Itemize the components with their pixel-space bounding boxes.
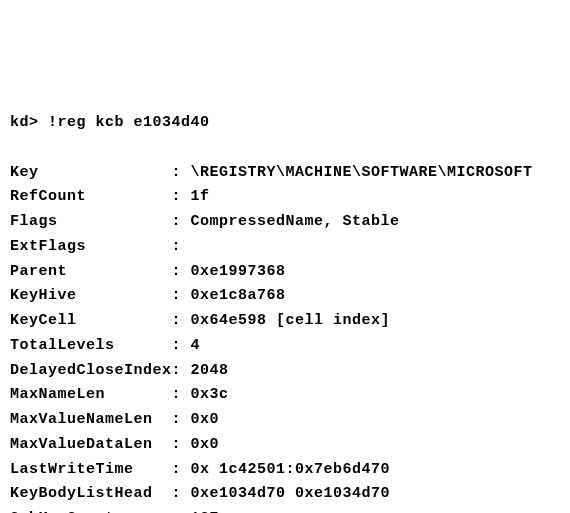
- rows-container: Key : \REGISTRY\MACHINE\SOFTWARE\MICROSO…: [10, 161, 560, 514]
- row-label: RefCount: [10, 188, 172, 205]
- row-value: 0x64e598 [cell index]: [191, 312, 391, 329]
- row-label: Parent: [10, 263, 172, 280]
- row-value: 0x0: [191, 411, 220, 428]
- row-label: TotalLevels: [10, 337, 172, 354]
- row-value: 0x0: [191, 436, 220, 453]
- row-label: MaxValueNameLen: [10, 411, 172, 428]
- row-label: DelayedCloseIndex: [10, 362, 172, 379]
- row-label: Key: [10, 164, 172, 181]
- row-value: CompressedName, Stable: [191, 213, 400, 230]
- row-value: 0xe1c8a768: [191, 287, 286, 304]
- row-value: 0xe1997368: [191, 263, 286, 280]
- row-value: 0xe1034d70 0xe1034d70: [191, 485, 391, 502]
- row-label: KeyCell: [10, 312, 172, 329]
- row-value: 1f: [191, 188, 210, 205]
- row-label: Flags: [10, 213, 172, 230]
- row-value: 2048: [191, 362, 229, 379]
- row-label: KeyBodyListHead: [10, 485, 172, 502]
- row-value: 0x 1c42501:0x7eb6d470: [191, 461, 391, 478]
- row-label: MaxNameLen: [10, 386, 172, 403]
- prompt-line: kd> !reg kcb e1034d40: [10, 114, 210, 131]
- debugger-output: kd> !reg kcb e1034d40 Key : \REGISTRY\MA…: [10, 111, 560, 513]
- row-label: KeyHive: [10, 287, 172, 304]
- row-value: 0x3c: [191, 386, 229, 403]
- row-label: MaxValueDataLen: [10, 436, 172, 453]
- row-label: LastWriteTime: [10, 461, 172, 478]
- row-label: ExtFlags: [10, 238, 172, 255]
- row-value: 4: [191, 337, 201, 354]
- row-value: \REGISTRY\MACHINE\SOFTWARE\MICROSOFT: [191, 164, 533, 181]
